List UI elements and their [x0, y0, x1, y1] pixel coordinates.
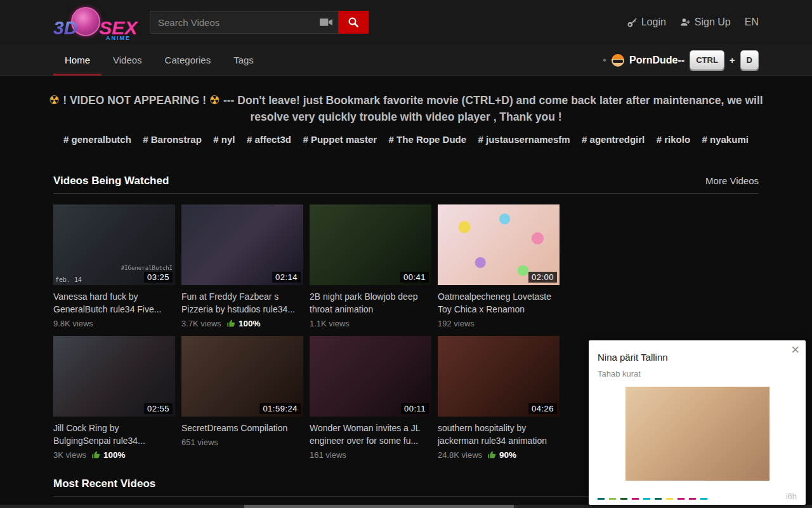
plus-sign: + [730, 55, 735, 65]
video-title[interactable]: southern hospitality by jackerman rule34… [438, 422, 560, 447]
video-card[interactable]: 01:59:24 SecretDreams Compilation 651 vi… [181, 336, 303, 460]
close-icon[interactable]: × [791, 343, 799, 357]
logo-text-3d: 3D [53, 17, 77, 39]
view-count: 161 views [310, 450, 346, 460]
scrollbar-thumb[interactable] [244, 505, 514, 508]
language-selector[interactable]: EN [745, 17, 759, 28]
user-plus-icon [680, 17, 691, 28]
porndude-mascot-icon [612, 54, 624, 67]
horizontal-scrollbar[interactable] [0, 505, 812, 508]
duration-badge: 03:25 [144, 272, 173, 283]
porndude-link[interactable]: PornDude-- [629, 55, 684, 66]
video-card[interactable]: 00:11 Wonder Woman invites a JL engineer… [310, 336, 431, 460]
logo-subtext: ANIME [106, 35, 131, 41]
maintenance-notice: ☢ ! VIDEO NOT APPEARING ! ☢ --- Don't le… [37, 91, 776, 125]
dash [678, 498, 684, 500]
tag-link[interactable]: # generalbutch [63, 134, 131, 145]
video-thumbnail[interactable]: feb. 14 #IGeneralButchI 03:25 [53, 204, 175, 285]
video-thumbnail[interactable]: 02:00 [438, 204, 560, 285]
ad-image[interactable] [625, 387, 769, 481]
video-thumbnail[interactable]: 02:14 [181, 204, 303, 285]
tag-link[interactable]: # nyakumi [702, 134, 749, 145]
porndude-promo: • PornDude-- CTRL + D [603, 44, 759, 76]
like-rating: 100% [91, 450, 126, 460]
tag-link[interactable]: # rikolo [657, 134, 690, 145]
signup-button[interactable]: Sign Up [680, 17, 731, 28]
dash [689, 498, 696, 500]
promo-bullet: • [603, 54, 606, 67]
video-title[interactable]: SecretDreams Compilation [181, 422, 303, 434]
video-card[interactable]: 04:26 southern hospitality by jackerman … [438, 336, 560, 460]
tag-link[interactable]: # nyl [213, 134, 235, 145]
like-rating: 90% [487, 450, 516, 460]
notice-body: --- Don't leave! just Bookmark favorite … [223, 94, 763, 123]
section-title-watched: Videos Being Watched [53, 175, 169, 187]
video-card[interactable]: 02:55 Jill Cock Ring by BulgingSenpai ru… [53, 336, 175, 460]
video-thumbnail[interactable]: 00:41 [310, 204, 431, 285]
video-card[interactable]: feb. 14 #IGeneralButchI 03:25 Vanessa ha… [53, 204, 175, 328]
radioactive-icon: ☢ [209, 93, 220, 107]
duration-badge: 02:14 [272, 272, 301, 283]
nav-item-categories[interactable]: Categories [154, 44, 223, 76]
nav-item-videos[interactable]: Videos [102, 44, 154, 76]
duration-badge: 04:26 [528, 403, 557, 414]
view-count: 3K views [53, 450, 86, 460]
site-logo[interactable]: 3D SEX ANIME [53, 6, 129, 39]
tag-link[interactable]: # agentredgirl [582, 134, 645, 145]
tag-link[interactable]: # justausernamesfm [478, 134, 570, 145]
search-box [150, 11, 369, 34]
section-title-recent: Most Recent Videos [53, 478, 155, 490]
video-thumbnail[interactable]: 00:11 [310, 336, 431, 417]
nav-item-home[interactable]: Home [53, 44, 102, 76]
duration-badge: 01:59:24 [259, 403, 301, 414]
duration-badge: 02:00 [528, 272, 557, 283]
dash [643, 498, 650, 500]
video-title[interactable]: 2B night park Blowjob deep throat animat… [310, 290, 431, 316]
video-title[interactable]: Jill Cock Ring by BulgingSenpai rule34..… [53, 422, 175, 447]
video-card[interactable]: 02:14 Fun at Freddy Fazbear s Pizzeria b… [181, 204, 303, 328]
search-icon [348, 17, 359, 28]
video-card[interactable]: 00:41 2B night park Blowjob deep throat … [310, 204, 431, 328]
search-button[interactable] [338, 11, 369, 34]
ad-popup: × Nina pärit Tallinn Tahab kurat i6h [589, 340, 806, 505]
video-title[interactable]: Vanessa hard fuck by GeneralButch rule34… [53, 290, 175, 316]
dash [620, 498, 627, 500]
view-count: 1.1K views [310, 319, 350, 328]
thumbnail-watermark-date: feb. 14 [55, 276, 82, 283]
ad-progress-dashes [598, 498, 707, 500]
section-divider [53, 193, 759, 194]
thumbs-up-icon [91, 450, 101, 460]
like-rating: 100% [226, 319, 261, 328]
video-camera-icon [320, 17, 332, 28]
dash [609, 498, 616, 500]
tag-link[interactable]: # Baronstrap [143, 134, 202, 145]
dash [655, 498, 662, 500]
more-videos-link[interactable]: More Videos [705, 175, 759, 186]
search-input[interactable] [150, 11, 338, 34]
video-thumbnail[interactable]: 01:59:24 [181, 336, 303, 417]
ad-timestamp: i6h [786, 491, 797, 501]
video-title[interactable]: Wonder Woman invites a JL engineer over … [310, 422, 431, 447]
nav-item-tags[interactable]: Tags [222, 44, 265, 76]
video-thumbnail[interactable]: 04:26 [438, 336, 560, 417]
tag-link[interactable]: # affect3d [247, 134, 291, 145]
main-nav: Home Videos Categories Tags • PornDude--… [0, 44, 812, 76]
login-button[interactable]: Login [627, 17, 666, 28]
video-title[interactable]: Fun at Freddy Fazbear s Pizzeria by hstu… [181, 290, 303, 316]
ad-title[interactable]: Nina pärit Tallinn [598, 352, 797, 363]
thumbs-up-icon [487, 450, 497, 460]
keycap-d: D [740, 50, 759, 70]
thumbs-up-icon [226, 319, 236, 328]
tag-links-row: # generalbutch # Baronstrap # nyl # affe… [51, 134, 761, 145]
video-card[interactable]: 02:00 Oatmealpecheneg Lovetaste Toy Chic… [438, 204, 560, 328]
tag-link[interactable]: # Puppet master [303, 134, 377, 145]
duration-badge: 02:55 [144, 403, 173, 414]
video-thumbnail[interactable]: 02:55 [53, 336, 175, 417]
video-title[interactable]: Oatmealpecheneg Lovetaste Toy Chica x Re… [438, 290, 560, 316]
duration-badge: 00:11 [401, 403, 429, 414]
dash [666, 498, 673, 500]
dash [598, 498, 605, 500]
view-count: 3.7K views [181, 319, 221, 328]
tag-link[interactable]: # The Rope Dude [389, 134, 467, 145]
ad-subtitle: Tahab kurat [598, 369, 797, 378]
